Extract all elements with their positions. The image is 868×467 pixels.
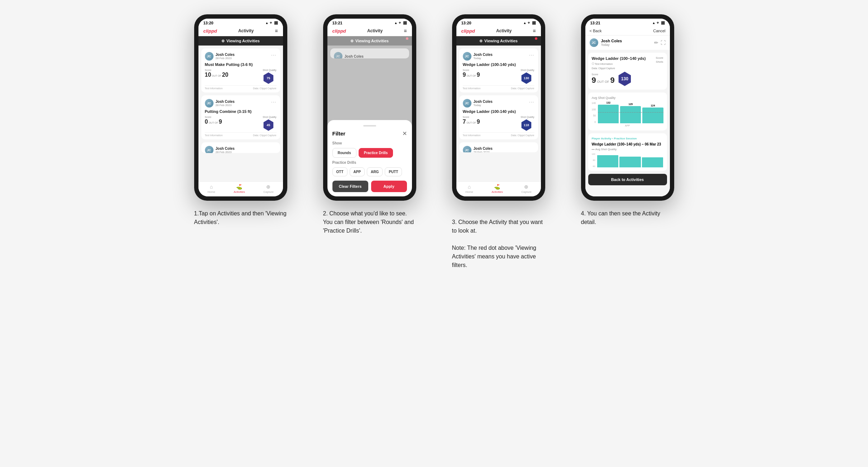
- chart-x-label: APP: [592, 124, 663, 127]
- status-time-2: 13:21: [332, 21, 342, 25]
- phone-1: 13:20 ▲ ᯤ ⬛ clippd Activity ≡ ⚙ Viewin: [194, 14, 287, 201]
- practice-drills-button[interactable]: Practice Drills: [359, 148, 393, 158]
- user-name-1-1: Josh Coles: [216, 53, 235, 57]
- phone-3: 13:20 ▲ ᯤ ⬛ clippd Activity ≡ ⚙ Viewin: [452, 14, 545, 201]
- chart-title: Wedge Ladder (100–140 yds) – 06 Mar 23: [592, 142, 663, 146]
- detail-score-card: Wedge Ladder (100–140 yds) ⓘ Test Inform…: [588, 53, 667, 90]
- nav-bar-1: clippd Activity ≡: [198, 27, 283, 36]
- activity-card-3-3[interactable]: JC Josh Coles 28 Feb 2023: [459, 142, 538, 152]
- chart-subtitle: ••• Avg Shot Quality: [592, 148, 663, 151]
- viewing-label-3: Viewing Activities: [484, 39, 518, 43]
- apply-button[interactable]: Apply: [371, 181, 407, 192]
- cancel-button[interactable]: Cancel: [653, 29, 665, 33]
- arg-tag[interactable]: ARG: [367, 167, 383, 176]
- filter-header: Filter ✕: [332, 130, 407, 137]
- show-label: Show: [332, 141, 407, 145]
- scroll-area-1[interactable]: JC Josh Coles 28 Feb 2023 ··· Must Make …: [198, 46, 283, 181]
- filter-title: Filter: [332, 130, 346, 137]
- status-icons-1: ▲ ᯤ ⬛: [265, 21, 278, 25]
- viewing-label-2: Viewing Activities: [355, 39, 389, 43]
- bottom-nav-home-1[interactable]: ⌂ Home: [207, 184, 215, 194]
- nav-title-3: Activity: [496, 28, 512, 33]
- status-bar-4: 13:21 ▲ ᯤ ⬛: [585, 19, 670, 27]
- card-user-1-1: JC Josh Coles 28 Feb 2023: [205, 52, 235, 61]
- avg-sq-chart: Avg Shot Quality 140 100 50 0: [588, 92, 667, 130]
- status-time-4: 13:21: [590, 21, 600, 25]
- scroll-area-3[interactable]: JC Josh Coles Today ··· Wedge Ladder (10…: [456, 46, 541, 181]
- nav-bar-2: clippd Activity ≡: [327, 27, 412, 36]
- hamburger-icon-2[interactable]: ≡: [404, 28, 407, 34]
- card-title-1-1: Must Make Putting (3-6 ft): [205, 62, 277, 67]
- viewing-bar-2[interactable]: ⚙ Viewing Activities: [327, 36, 412, 46]
- phone-1-screen: 13:20 ▲ ᯤ ⬛ clippd Activity ≡ ⚙ Viewin: [198, 19, 283, 196]
- viewing-bar-1[interactable]: ⚙ Viewing Activities: [198, 36, 283, 46]
- status-time-3: 13:20: [461, 21, 471, 25]
- activity-card-1-3[interactable]: JC Josh Coles 28 Feb 2023: [201, 142, 280, 153]
- bottom-nav-activities-1[interactable]: ⛳ Activities: [234, 184, 245, 194]
- step-desc-1: 1.Tap on Activities and then 'Viewing Ac…: [194, 209, 287, 227]
- filter-show-buttons: Rounds Practice Drills: [332, 148, 407, 158]
- status-bar-2: 13:21 ▲ ᯤ ⬛: [327, 19, 412, 27]
- nav-bar-3: clippd Activity ≡: [456, 27, 541, 36]
- logo-1: clippd: [203, 28, 217, 34]
- step-desc-4: 4. You can then see the Activity detail.: [581, 209, 674, 227]
- bottom-nav-activities-3[interactable]: ⛳ Activities: [491, 184, 503, 194]
- hamburger-icon-1[interactable]: ≡: [275, 28, 278, 34]
- detail-user-name: Josh Coles: [601, 39, 622, 43]
- activity-card-1-1[interactable]: JC Josh Coles 28 Feb 2023 ··· Must Make …: [201, 48, 280, 92]
- bottom-nav-capture-3[interactable]: ⊕ Capture: [521, 184, 531, 194]
- bottom-nav-capture-1[interactable]: ⊕ Capture: [263, 184, 273, 194]
- ott-tag[interactable]: OTT: [332, 167, 347, 176]
- more-icon-1-1[interactable]: ···: [271, 52, 277, 58]
- bar-1: [598, 105, 619, 123]
- filter-close-icon[interactable]: ✕: [402, 130, 407, 137]
- mini-bar-chart: 140 80 60: [592, 153, 663, 167]
- detail-back-bar: < Back Cancel: [585, 27, 670, 35]
- detail-user-bar: JC Josh Coles Today ✏ ⛶: [585, 35, 670, 50]
- step-1-container: 13:20 ▲ ᯤ ⬛ clippd Activity ≡ ⚙ Viewin: [183, 14, 298, 270]
- expand-icon[interactable]: ⛶: [661, 40, 666, 46]
- drag-handle: [363, 125, 376, 127]
- detail-shot-quality: 130: [618, 72, 632, 86]
- phone-2-screen: 13:21 ▲ ᯤ ⬛ clippd Activity ≡ ⚙ Viewin: [327, 19, 412, 196]
- detail-content[interactable]: Wedge Ladder (100–140 yds) ⓘ Test Inform…: [585, 50, 670, 196]
- app-tag[interactable]: APP: [350, 167, 365, 176]
- phone-4: 13:21 ▲ ᯤ ⬛ < Back Cancel JC: [581, 14, 674, 201]
- drill-tags: OTT APP ARG PUTT: [332, 167, 407, 176]
- bar-2: [620, 106, 641, 123]
- step-2-container: 13:21 ▲ ᯤ ⬛ clippd Activity ≡ ⚙ Viewin: [312, 14, 427, 270]
- rounds-button[interactable]: Rounds: [332, 148, 356, 158]
- settings-icon-1: ⚙: [221, 39, 225, 43]
- viewing-bar-3[interactable]: ⚙ Viewing Activities: [456, 36, 541, 46]
- step-desc-2: 2. Choose what you'd like to see. You ca…: [323, 209, 416, 235]
- hamburger-icon-3[interactable]: ≡: [533, 28, 536, 34]
- status-bar-3: 13:20 ▲ ᯤ ⬛: [456, 19, 541, 27]
- activity-card-1-2[interactable]: JC Josh Coles 28 Feb 2023 ··· Putting Co…: [201, 95, 280, 139]
- putt-tag[interactable]: PUTT: [385, 167, 402, 176]
- back-button[interactable]: < Back: [590, 29, 602, 33]
- back-to-activities-button[interactable]: Back to Activities: [588, 174, 667, 185]
- phone-3-screen: 13:20 ▲ ᯤ ⬛ clippd Activity ≡ ⚙ Viewin: [456, 19, 541, 196]
- practice-session-card: Player Activity › Practice Session Wedge…: [588, 133, 667, 171]
- edit-icon[interactable]: ✏: [654, 40, 658, 46]
- page-container: 13:20 ▲ ᯤ ⬛ clippd Activity ≡ ⚙ Viewin: [183, 14, 685, 270]
- detail-user-date: Today: [601, 43, 622, 47]
- settings-icon-2: ⚙: [350, 39, 354, 43]
- step-4-container: 13:21 ▲ ᯤ ⬛ < Back Cancel JC: [570, 14, 685, 270]
- status-time-1: 13:20: [203, 21, 214, 25]
- bar-3: [642, 108, 663, 123]
- bar-chart: 132 129 124: [598, 102, 663, 123]
- bottom-nav-home-3[interactable]: ⌂ Home: [465, 184, 473, 194]
- filter-sheet: Filter ✕ Show Rounds Practice Drills Pra…: [327, 120, 412, 196]
- settings-icon-3: ⚙: [479, 39, 483, 43]
- step-desc-3: 3. Choose the Activity that you want to …: [452, 209, 545, 270]
- activity-card-3-2[interactable]: JC Josh Coles Today ··· Wedge Ladder (10…: [459, 95, 538, 139]
- clear-filters-button[interactable]: Clear Filters: [332, 181, 368, 192]
- more-icon-3-2[interactable]: ···: [529, 99, 534, 105]
- more-icon-1-2[interactable]: ···: [271, 99, 277, 105]
- drills-label: Practice Drills: [332, 161, 407, 165]
- avg-line: [598, 112, 663, 113]
- more-icon-3-1[interactable]: ···: [529, 52, 534, 58]
- activity-card-3-1[interactable]: JC Josh Coles Today ··· Wedge Ladder (10…: [459, 48, 538, 92]
- bottom-nav-3: ⌂ Home ⛳ Activities ⊕ Capture: [456, 181, 541, 196]
